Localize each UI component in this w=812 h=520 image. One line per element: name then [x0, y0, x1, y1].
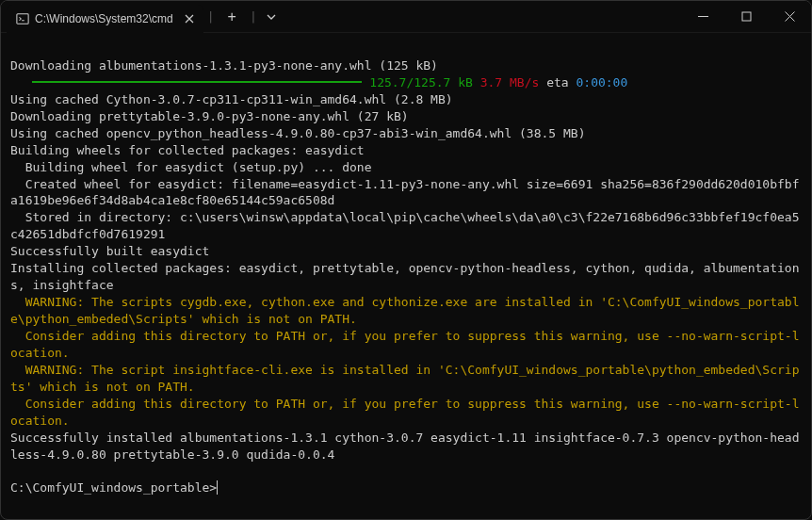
output-line: Downloading prettytable-3.9.0-py3-none-a…	[10, 109, 409, 123]
progress-eta-label: eta	[539, 75, 576, 89]
progress-bar	[32, 81, 362, 83]
output-line: Stored in directory: c:\users\winsw\appd…	[10, 210, 799, 241]
minimize-button[interactable]	[681, 1, 724, 33]
close-button[interactable]	[768, 1, 811, 33]
output-line: Successfully installed albumentations-1.…	[10, 431, 799, 462]
tab-title: C:\Windows\System32\cmd	[35, 12, 173, 25]
tab-divider: |	[203, 9, 219, 24]
tab-close-button[interactable]	[185, 14, 194, 24]
output-line: Using cached Cython-3.0.7-cp311-cp311-wi…	[10, 92, 453, 106]
tab-strip: C:\Windows\System32\cmd | + |	[1, 1, 282, 32]
output-line: Successfully built easydict	[10, 244, 209, 258]
progress-bytes: 125.7/125.7 kB	[369, 75, 473, 89]
window-controls	[681, 1, 811, 32]
output-line: Using cached opencv_python_headless-4.9.…	[10, 126, 585, 140]
output-line: Created wheel for easydict: filename=eas…	[10, 177, 799, 208]
warning-line: Consider adding this directory to PATH o…	[10, 329, 799, 360]
tab-cmd[interactable]: C:\Windows\System32\cmd	[7, 5, 203, 33]
tab-divider-2: |	[246, 9, 261, 24]
maximize-button[interactable]	[724, 1, 768, 33]
warning-line: WARNING: The scripts cygdb.exe, cython.e…	[10, 295, 799, 326]
titlebar: C:\Windows\System32\cmd | + |	[1, 1, 811, 33]
output-line: Building wheel for easydict (setup.py) .…	[10, 160, 372, 174]
output-line: Downloading albumentations-1.3.1-py3-non…	[10, 58, 438, 73]
new-tab-button[interactable]: +	[219, 8, 246, 25]
output-line: 125.7/125.7 kB 3.7 MB/s eta 0:00:00	[10, 75, 627, 89]
progress-eta: 0:00:00	[576, 75, 627, 89]
warning-line: WARNING: The script insightface-cli.exe …	[10, 363, 799, 394]
output-line: Building wheels for collected packages: …	[10, 143, 365, 157]
progress-speed: 3.7 MB/s	[473, 75, 539, 89]
warning-line: Consider adding this directory to PATH o…	[10, 397, 799, 428]
terminal-output[interactable]: Downloading albumentations-1.3.1-py3-non…	[1, 33, 811, 496]
output-line: Installing collected packages: easydict,…	[10, 261, 799, 292]
tab-dropdown-button[interactable]	[261, 12, 282, 22]
svg-rect-3	[742, 12, 751, 21]
terminal-icon	[16, 12, 29, 25]
svg-rect-0	[17, 13, 28, 24]
cursor	[217, 480, 218, 495]
prompt: C:\ComfyUI_windows_portable>	[10, 480, 217, 495]
